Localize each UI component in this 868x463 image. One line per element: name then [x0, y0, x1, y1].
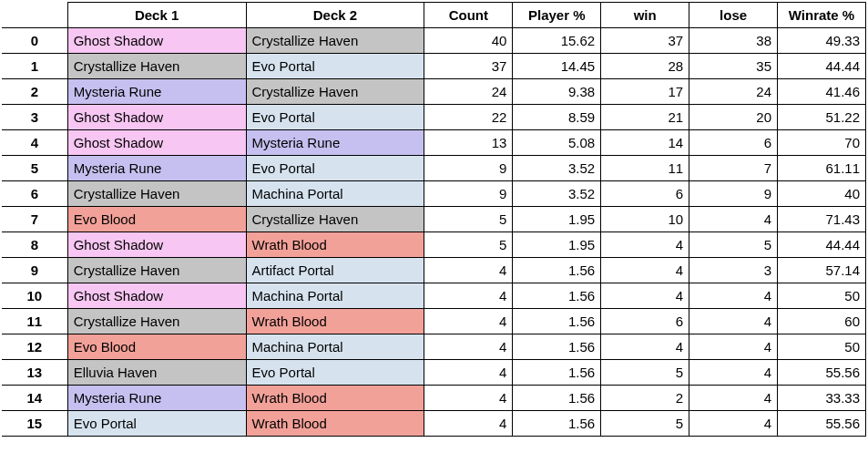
- row-index: 4: [2, 130, 67, 156]
- cell-winrate: 61.11: [778, 156, 866, 181]
- table-row: 14Mysteria RuneWrath Blood41.562433.33: [2, 386, 866, 411]
- row-index: 8: [2, 232, 67, 258]
- cell-deck2: Crystallize Haven: [246, 28, 424, 54]
- cell-count: 13: [424, 130, 513, 156]
- cell-deck1: Evo Blood: [67, 334, 246, 360]
- cell-winrate: 41.46: [778, 79, 866, 105]
- cell-deck2: Machina Portal: [246, 181, 424, 207]
- cell-deck1: Evo Portal: [67, 411, 246, 437]
- cell-lose: 3: [689, 258, 778, 283]
- table-row: 2Mysteria RuneCrystallize Haven249.38172…: [2, 79, 866, 105]
- cell-playerpct: 1.56: [513, 309, 601, 334]
- cell-playerpct: 8.59: [513, 105, 601, 130]
- row-index: 10: [2, 283, 67, 309]
- cell-count: 5: [424, 207, 513, 232]
- cell-deck1: Ghost Shadow: [67, 130, 246, 156]
- cell-deck2: Evo Portal: [246, 105, 424, 130]
- table-row: 10Ghost ShadowMachina Portal41.564450: [2, 283, 866, 309]
- cell-lose: 24: [689, 79, 778, 105]
- cell-win: 6: [601, 181, 689, 207]
- cell-win: 4: [601, 232, 689, 258]
- cell-win: 37: [601, 28, 689, 54]
- cell-deck2: Wrath Blood: [246, 411, 424, 437]
- cell-winrate: 44.44: [778, 54, 866, 79]
- cell-count: 37: [424, 54, 513, 79]
- cell-count: 4: [424, 258, 513, 283]
- table-row: 0Ghost ShadowCrystallize Haven4015.62373…: [2, 28, 866, 54]
- cell-playerpct: 1.95: [513, 232, 601, 258]
- cell-lose: 6: [689, 130, 778, 156]
- table-row: 15Evo PortalWrath Blood41.565455.56: [2, 411, 866, 437]
- cell-count: 5: [424, 232, 513, 258]
- cell-winrate: 40: [778, 181, 866, 207]
- cell-deck2: Machina Portal: [246, 334, 424, 360]
- row-index: 13: [2, 360, 67, 386]
- cell-deck2: Crystallize Haven: [246, 207, 424, 232]
- cell-win: 17: [601, 79, 689, 105]
- cell-winrate: 49.33: [778, 28, 866, 54]
- cell-deck1: Mysteria Rune: [67, 386, 246, 411]
- cell-winrate: 50: [778, 334, 866, 360]
- cell-winrate: 50: [778, 283, 866, 309]
- cell-win: 6: [601, 309, 689, 334]
- row-index: 15: [2, 411, 67, 437]
- cell-playerpct: 1.56: [513, 334, 601, 360]
- cell-winrate: 51.22: [778, 105, 866, 130]
- cell-lose: 4: [689, 360, 778, 386]
- table-row: 9Crystallize HavenArtifact Portal41.5643…: [2, 258, 866, 283]
- cell-count: 4: [424, 360, 513, 386]
- cell-playerpct: 1.56: [513, 283, 601, 309]
- cell-winrate: 33.33: [778, 386, 866, 411]
- row-index: 0: [2, 28, 67, 54]
- row-index: 6: [2, 181, 67, 207]
- cell-winrate: 70: [778, 130, 866, 156]
- cell-playerpct: 3.52: [513, 156, 601, 181]
- cell-winrate: 55.56: [778, 360, 866, 386]
- cell-playerpct: 1.56: [513, 411, 601, 437]
- cell-deck1: Ghost Shadow: [67, 232, 246, 258]
- cell-deck2: Artifact Portal: [246, 258, 424, 283]
- cell-win: 21: [601, 105, 689, 130]
- cell-deck1: Crystallize Haven: [67, 181, 246, 207]
- cell-deck1: Mysteria Rune: [67, 156, 246, 181]
- cell-deck2: Crystallize Haven: [246, 79, 424, 105]
- header-lose: lose: [689, 3, 778, 28]
- row-index: 2: [2, 79, 67, 105]
- header-win: win: [601, 3, 689, 28]
- cell-count: 4: [424, 309, 513, 334]
- cell-playerpct: 1.56: [513, 360, 601, 386]
- deck-stats-table: Deck 1 Deck 2 Count Player % win lose Wi…: [2, 2, 866, 437]
- cell-lose: 5: [689, 232, 778, 258]
- cell-deck1: Crystallize Haven: [67, 258, 246, 283]
- cell-lose: 4: [689, 309, 778, 334]
- cell-deck2: Wrath Blood: [246, 386, 424, 411]
- table-row: 12Evo BloodMachina Portal41.564450: [2, 334, 866, 360]
- cell-winrate: 44.44: [778, 232, 866, 258]
- table-row: 8Ghost ShadowWrath Blood51.954544.44: [2, 232, 866, 258]
- cell-lose: 7: [689, 156, 778, 181]
- cell-winrate: 71.43: [778, 207, 866, 232]
- cell-deck1: Elluvia Haven: [67, 360, 246, 386]
- row-index: 12: [2, 334, 67, 360]
- cell-deck1: Ghost Shadow: [67, 283, 246, 309]
- row-index: 5: [2, 156, 67, 181]
- cell-lose: 9: [689, 181, 778, 207]
- cell-winrate: 57.14: [778, 258, 866, 283]
- cell-count: 4: [424, 283, 513, 309]
- cell-lose: 35: [689, 54, 778, 79]
- cell-playerpct: 14.45: [513, 54, 601, 79]
- header-count: Count: [424, 3, 513, 28]
- cell-count: 22: [424, 105, 513, 130]
- cell-playerpct: 15.62: [513, 28, 601, 54]
- row-index: 14: [2, 386, 67, 411]
- header-winrate: Winrate %: [778, 3, 866, 28]
- table-row: 6Crystallize HavenMachina Portal93.52694…: [2, 181, 866, 207]
- cell-win: 28: [601, 54, 689, 79]
- row-index: 9: [2, 258, 67, 283]
- cell-count: 9: [424, 156, 513, 181]
- cell-win: 4: [601, 283, 689, 309]
- cell-win: 2: [601, 386, 689, 411]
- cell-deck2: Mysteria Rune: [246, 130, 424, 156]
- table-row: 3Ghost ShadowEvo Portal228.59212051.22: [2, 105, 866, 130]
- cell-deck2: Evo Portal: [246, 360, 424, 386]
